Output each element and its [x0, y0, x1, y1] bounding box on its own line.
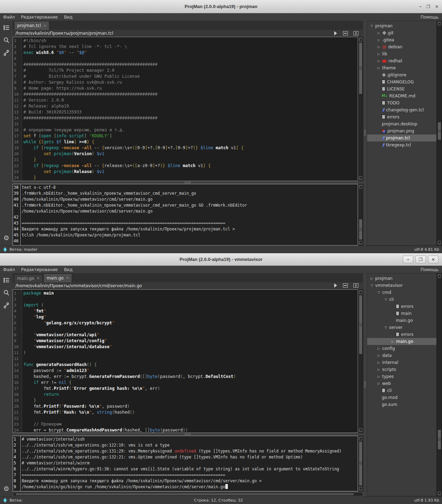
tree-item-debian[interactable]: ▷@debian: [367, 43, 436, 50]
expander-closed-icon[interactable]: ▷: [378, 359, 382, 366]
search-icon[interactable]: [2, 289, 10, 296]
tree-item-.gitignore[interactable]: .gitignore: [367, 71, 436, 78]
tree-item-tkregexp.tcl[interactable]: tkregexp.tcl: [367, 141, 436, 149]
menu-item-Вид[interactable]: Вид: [61, 267, 76, 272]
scrollbar-thumb[interactable]: [437, 122, 441, 140]
tree-item-go.sum[interactable]: go.sum: [367, 401, 436, 408]
expander-open-icon[interactable]: ▽: [385, 296, 389, 303]
splitter-vertical[interactable]: [363, 21, 367, 246]
scroll-down-button[interactable]: [358, 176, 363, 181]
menu-item-Файл[interactable]: Файл: [0, 267, 18, 272]
tab-main.go[interactable]: main.go✕: [14, 274, 43, 282]
expander-open-icon[interactable]: ▽: [378, 289, 382, 296]
run-button[interactable]: [334, 282, 337, 289]
expander-closed-icon[interactable]: ▷: [378, 366, 382, 373]
expander-closed-icon[interactable]: ▷: [378, 64, 382, 71]
split-vertical-button[interactable]: [353, 282, 358, 289]
tree-scrollbar[interactable]: [437, 21, 442, 246]
scrollbar-thumb[interactable]: [359, 441, 363, 486]
tree-item-.gitea[interactable]: ▷.gitea: [367, 36, 436, 43]
expander-closed-icon[interactable]: ▷: [378, 36, 382, 43]
console-scrollbar[interactable]: [358, 184, 363, 246]
project-list-icon[interactable]: [2, 277, 10, 284]
scrollbar-thumb[interactable]: [359, 42, 363, 94]
splitter-grip[interactable]: [185, 181, 191, 184]
tree-item-data[interactable]: ▷data: [367, 352, 436, 359]
expander-closed-icon[interactable]: ▷: [378, 43, 382, 50]
close-button[interactable]: ✕: [428, 256, 439, 263]
tree-item-internal[interactable]: ▷internal: [367, 359, 436, 366]
code-editor[interactable]: 123456789101112131415161718192021222324 …: [13, 37, 358, 181]
splitter-grip[interactable]: [185, 433, 191, 435]
scroll-up-button[interactable]: [358, 290, 363, 295]
scroll-down-button[interactable]: [358, 486, 363, 491]
tree-item-main[interactable]: main: [367, 310, 436, 317]
git-branch-icon[interactable]: [2, 302, 10, 309]
expander-closed-icon[interactable]: ▷: [378, 29, 382, 36]
tree-item-main.go[interactable]: ▷main.go: [367, 338, 436, 345]
tree-item-cli[interactable]: ▽cli: [367, 296, 436, 303]
tree-scrollbar[interactable]: [437, 273, 442, 496]
splitter-horizontal[interactable]: [13, 433, 363, 436]
splitter-grip[interactable]: [364, 130, 366, 136]
tree-item-README.md[interactable]: M↓README.md: [367, 92, 436, 99]
tree-item-errors[interactable]: errors: [367, 113, 436, 120]
menu-item-Редактирование[interactable]: Редактирование: [18, 15, 61, 20]
tab-close-icon[interactable]: ✕: [37, 276, 40, 280]
console[interactable]: 123456789 # vmmetavisor/internal/ssh../.…: [13, 436, 358, 492]
minimize-button[interactable]: –: [419, 5, 421, 9]
titlebar[interactable]: ProjMan (2.0.0-alpha19) - projman – ❐ ✕: [0, 0, 442, 13]
tree-item-LICENSE[interactable]: LICENSE: [367, 85, 436, 92]
splitter-horizontal[interactable]: [13, 181, 363, 184]
tree-item-projman[interactable]: ▷projman: [367, 275, 436, 282]
tree-item-go.mod[interactable]: go.mod: [367, 394, 436, 401]
expander-closed-icon[interactable]: ▷: [371, 275, 375, 282]
scroll-up-button[interactable]: [437, 274, 442, 278]
expander-closed-icon[interactable]: ▷: [378, 50, 382, 57]
menu-item-Файл[interactable]: Файл: [0, 15, 18, 20]
maximize-button[interactable]: ❐: [426, 5, 430, 9]
expander-open-icon[interactable]: ▽: [371, 22, 375, 29]
settings-gear-icon[interactable]: ⚙: [2, 485, 10, 492]
splitter-vertical[interactable]: [363, 273, 367, 496]
settings-gear-icon[interactable]: ⚙: [2, 234, 10, 241]
tree-item-errors[interactable]: errors: [367, 331, 436, 338]
scroll-up-button[interactable]: [358, 184, 363, 189]
menu-help[interactable]: Помощь: [418, 15, 442, 20]
menu-help[interactable]: Помощь: [418, 267, 442, 272]
expander-closed-icon[interactable]: ▷: [378, 373, 382, 380]
tab-projman.tcl[interactable]: projman.tcl✕: [14, 21, 49, 30]
console-horizontal-scrollbar[interactable]: [13, 492, 363, 496]
tree-item-projman[interactable]: ▽projman: [367, 22, 436, 29]
scroll-down-button[interactable]: [358, 428, 363, 433]
expander-closed-icon[interactable]: ▷: [378, 57, 382, 64]
expander-closed-icon[interactable]: ▷: [378, 380, 382, 387]
titlebar[interactable]: ProjMan (2.0.0-alpha19) - vmmetavisor – …: [0, 253, 442, 266]
tree-item-projman.desktop[interactable]: projman.desktop: [367, 120, 436, 127]
run-button[interactable]: [334, 30, 337, 37]
tree-item-.git[interactable]: ▷.git: [367, 29, 436, 36]
scrollbar-thumb[interactable]: [437, 429, 441, 450]
tree-item-lib[interactable]: ▷lib: [367, 50, 436, 57]
scrollbar-thumb[interactable]: [359, 295, 363, 354]
split-vertical-button[interactable]: [353, 30, 358, 37]
minimize-button[interactable]: –: [403, 256, 413, 263]
tree-item-config[interactable]: ▷config: [367, 345, 436, 352]
splitter-grip[interactable]: [364, 382, 366, 388]
search-icon[interactable]: [2, 37, 10, 44]
close-button[interactable]: ✕: [435, 5, 439, 9]
tree-item-projman.png[interactable]: projman.png: [367, 127, 436, 134]
code-editor[interactable]: 123456789101112131415161718192021222324 …: [13, 289, 358, 433]
scroll-up-button[interactable]: [358, 37, 363, 42]
menu-item-Вид[interactable]: Вид: [61, 15, 76, 20]
scroll-up-button[interactable]: [358, 436, 363, 441]
tree-item-vmmetavisor[interactable]: ▽vmmetavisor: [367, 282, 436, 289]
menu-item-Редактирование[interactable]: Редактирование: [18, 267, 61, 272]
expander-open-icon[interactable]: ▽: [385, 324, 389, 331]
project-list-icon[interactable]: [2, 24, 10, 31]
scroll-up-button[interactable]: [437, 21, 442, 26]
tab-main.go[interactable]: main.go✕: [43, 274, 72, 282]
tree-item-projman.tcl[interactable]: projman.tcl: [367, 134, 436, 141]
tree-item-types[interactable]: ▷types: [367, 373, 436, 380]
tree-item-redhat[interactable]: ▷redhat: [367, 57, 436, 64]
